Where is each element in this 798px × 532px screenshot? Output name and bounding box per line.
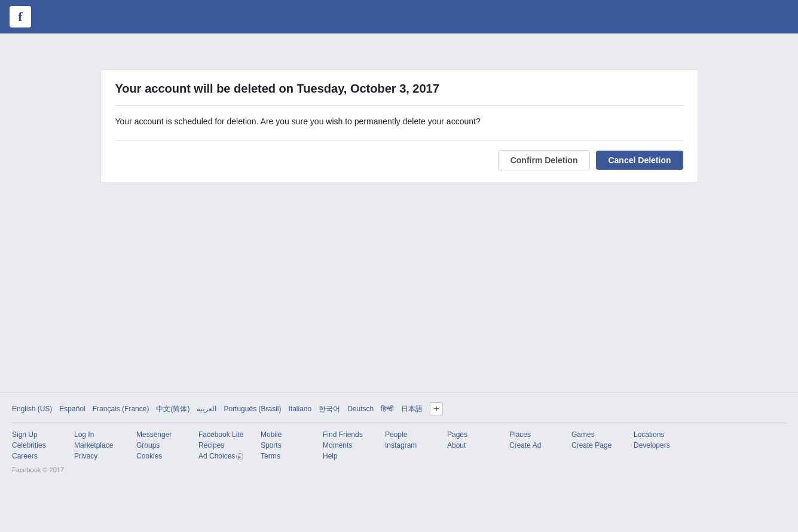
footer-language-item[interactable]: العربية [197, 405, 216, 413]
footer-link-item[interactable]: Careers [12, 452, 60, 460]
dialog-card: Your account will be deleted on Tuesday,… [100, 69, 698, 183]
footer-copyright: Facebook © 2017 [12, 466, 786, 473]
footer-link-item[interactable]: Developers [634, 441, 681, 450]
footer-language-item[interactable]: Español [59, 405, 85, 413]
footer-link-item[interactable]: Instagram [385, 441, 433, 450]
footer-language-item[interactable]: Português (Brasil) [224, 405, 281, 413]
dialog-title: Your account will be deleted on Tuesday,… [115, 82, 683, 106]
dialog-actions: Confirm Deletion Cancel Deletion [115, 150, 683, 170]
cancel-deletion-button[interactable]: Cancel Deletion [596, 151, 683, 170]
footer-link-item[interactable]: Facebook Lite [198, 430, 246, 439]
footer-language-item[interactable]: Italiano [288, 405, 311, 413]
footer-link-item[interactable]: Terms [261, 452, 308, 460]
ad-choices-icon: ▶ [236, 453, 243, 460]
footer-links: Sign UpCelebritiesCareersLog InMarketpla… [12, 430, 786, 460]
footer-link-item[interactable]: Sports [261, 441, 308, 450]
footer-col-4: MobileSportsTerms [261, 430, 308, 460]
footer-col-6: PeopleInstagram [385, 430, 433, 460]
footer-link-item[interactable]: Locations [634, 430, 681, 439]
footer-col-0: Sign UpCelebritiesCareers [12, 430, 60, 460]
footer-language-item[interactable]: 日本語 [401, 404, 423, 414]
footer-col-1: Log InMarketplacePrivacy [74, 430, 122, 460]
footer-link-item[interactable]: Celebrities [12, 441, 60, 450]
footer-link-item[interactable]: Messenger [136, 430, 184, 439]
footer-col-2: MessengerGroupsCookies [136, 430, 184, 460]
footer-link-item[interactable]: Moments [323, 441, 371, 450]
footer-link-item[interactable]: Groups [136, 441, 184, 450]
footer-col-9: GamesCreate Page [571, 430, 619, 460]
confirm-deletion-button[interactable]: Confirm Deletion [498, 150, 591, 170]
footer-link-item[interactable]: Marketplace [74, 441, 122, 450]
footer-link-item[interactable]: Pages [447, 430, 495, 439]
footer-link-item[interactable]: Privacy [74, 452, 122, 460]
footer-col-10: LocationsDevelopers [634, 430, 681, 460]
footer-col-3: Facebook LiteRecipesAd Choices▶ [198, 430, 246, 460]
footer-col-8: PlacesCreate Ad [509, 430, 557, 460]
footer: English (US)EspañolFrançais (France)中文(简… [0, 392, 798, 483]
footer-link-item[interactable]: Games [571, 430, 619, 439]
footer-language-item[interactable]: English (US) [12, 405, 52, 413]
footer-language-item[interactable]: Deutsch [347, 405, 374, 413]
footer-language-item[interactable]: हिन्दी [381, 405, 394, 413]
facebook-logo: f [10, 6, 31, 27]
add-language-button[interactable]: + [430, 402, 443, 415]
footer-language-item[interactable]: Français (France) [93, 405, 149, 413]
footer-link-item[interactable]: Cookies [136, 452, 184, 460]
footer-col-7: PagesAbout [447, 430, 495, 460]
footer-link-item[interactable]: Mobile [261, 430, 308, 439]
footer-language-item[interactable]: 한국어 [319, 404, 340, 414]
footer-link-item[interactable]: Recipes [198, 441, 246, 450]
footer-link-item[interactable]: Find Friends [323, 430, 371, 439]
footer-link-item[interactable]: People [385, 430, 433, 439]
footer-link-item[interactable]: Create Ad [509, 441, 557, 450]
footer-language-item[interactable]: 中文(简体) [156, 404, 189, 414]
footer-link-item[interactable]: Help [323, 452, 371, 460]
footer-col-5: Find FriendsMomentsHelp [323, 430, 371, 460]
main-content: Your account will be deleted on Tuesday,… [0, 33, 798, 392]
footer-link-item[interactable]: Sign Up [12, 430, 60, 439]
footer-link-item[interactable]: Places [509, 430, 557, 439]
footer-link-item[interactable]: Create Page [571, 441, 619, 450]
footer-link-item[interactable]: Ad Choices▶ [198, 452, 246, 460]
footer-link-item[interactable]: Log In [74, 430, 122, 439]
footer-languages: English (US)EspañolFrançais (France)中文(简… [12, 402, 786, 423]
footer-link-item[interactable]: About [447, 441, 495, 450]
header: f [0, 0, 798, 33]
dialog-body: Your account is scheduled for deletion. … [115, 115, 683, 140]
